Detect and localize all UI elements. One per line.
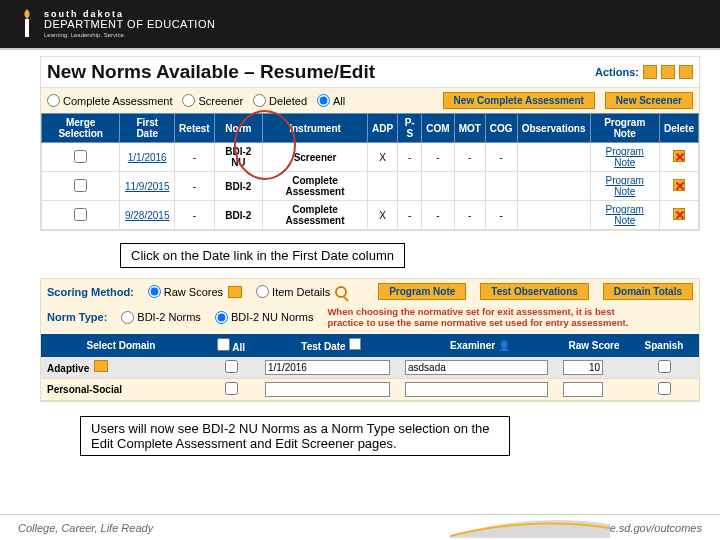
norm-warning-text: When choosing the normative set for exit… <box>327 306 637 329</box>
col-ps: P-S <box>398 114 422 143</box>
action-icon-1[interactable] <box>643 65 657 79</box>
col-retest: Retest <box>175 114 215 143</box>
spanish-checkbox <box>658 382 671 395</box>
scoring-method-label: Scoring Method: <box>47 286 134 298</box>
page-title: New Norms Available – Resume/Edit <box>47 61 375 83</box>
col-adp: ADP <box>368 114 398 143</box>
torch-icon <box>18 8 36 40</box>
domain-row: Personal-Social <box>41 378 699 400</box>
col-cog: COG <box>485 114 517 143</box>
assessment-table: Merge Selection First Date Retest Norm I… <box>41 113 699 230</box>
svg-rect-0 <box>25 19 29 37</box>
delete-icon <box>673 150 685 162</box>
bdi2-norms-radio[interactable]: BDI-2 Norms <box>121 311 201 324</box>
footer-left: College, Career, Life Ready <box>18 522 153 534</box>
domain-checkbox <box>225 382 238 395</box>
program-note-link[interactable]: Program Note <box>590 143 659 172</box>
table-row: 1/1/2016 - BDI-2 NU Screener X - - - - P… <box>42 143 699 172</box>
col-test-date: Test Date <box>261 334 401 357</box>
actions-area: Actions: <box>595 65 693 79</box>
bdi2-nu-norms-radio[interactable]: BDI-2 NU Norms <box>215 311 314 324</box>
action-icon-2[interactable] <box>661 65 675 79</box>
search-icon <box>335 286 347 298</box>
table-row: 11/9/2015 - BDI-2 Complete Assessment Pr… <box>42 172 699 201</box>
action-icon-3[interactable] <box>679 65 693 79</box>
domain-icon <box>94 360 108 372</box>
date-link[interactable]: 11/9/2015 <box>120 172 175 201</box>
item-details-radio[interactable]: Item Details <box>256 285 347 298</box>
col-obs: Observations <box>517 114 590 143</box>
assessment-list-panel: New Norms Available – Resume/Edit Action… <box>40 56 700 231</box>
person-icon: 👤 <box>498 340 510 351</box>
col-all[interactable]: All <box>201 334 261 357</box>
date-link[interactable]: 9/28/2015 <box>120 201 175 230</box>
col-domain: Select Domain <box>41 334 201 357</box>
all-checkbox <box>217 338 230 351</box>
domain-table: Select Domain All Test Date Examiner 👤 R… <box>41 334 699 401</box>
brand-header: south dakota DEPARTMENT OF EDUCATION Lea… <box>0 0 720 48</box>
col-pnote: Program Note <box>590 114 659 143</box>
col-raw-score: Raw Score <box>559 334 629 357</box>
raw-scores-icon <box>228 286 242 298</box>
hint-text-2: Users will now see BDI-2 NU Norms as a N… <box>80 416 510 456</box>
norm-type-label: Norm Type: <box>47 311 107 323</box>
col-instrument: Instrument <box>263 114 368 143</box>
test-observations-button[interactable]: Test Observations <box>480 283 589 300</box>
delete-icon <box>673 179 685 191</box>
col-norm: Norm <box>214 114 262 143</box>
raw-score-input <box>563 360 603 375</box>
program-note-link[interactable]: Program Note <box>590 201 659 230</box>
col-first-date: First Date <box>120 114 175 143</box>
date-link[interactable]: 1/1/2016 <box>120 143 175 172</box>
edit-assessment-panel: Scoring Method: Raw Scores Item Details … <box>40 278 700 402</box>
actions-label: Actions: <box>595 66 639 78</box>
table-row: 9/28/2015 - BDI-2 Complete Assessment X … <box>42 201 699 230</box>
spanish-checkbox <box>658 360 671 373</box>
logo: south dakota DEPARTMENT OF EDUCATION Lea… <box>18 8 215 40</box>
merge-checkbox <box>74 150 87 163</box>
test-date-input <box>265 360 390 375</box>
filter-deleted[interactable]: Deleted <box>253 94 307 107</box>
merge-checkbox <box>74 208 87 221</box>
hint-text-1: Click on the Date link in the First Date… <box>120 243 405 268</box>
program-note-button[interactable]: Program Note <box>378 283 466 300</box>
filter-screener[interactable]: Screener <box>182 94 243 107</box>
raw-scores-radio[interactable]: Raw Scores <box>148 285 242 298</box>
col-spanish: Spanish <box>629 334 699 357</box>
col-com: COM <box>422 114 454 143</box>
footer-right: doe.sd.gov/outcomes <box>597 522 702 534</box>
logo-dept: DEPARTMENT OF EDUCATION <box>44 19 215 30</box>
delete-icon <box>673 208 685 220</box>
footer: College, Career, Life Ready doe.sd.gov/o… <box>0 514 720 540</box>
merge-checkbox <box>74 179 87 192</box>
calendar-icon <box>349 338 361 350</box>
col-examiner: Examiner 👤 <box>401 334 559 357</box>
program-note-link[interactable]: Program Note <box>590 172 659 201</box>
filter-all[interactable]: All <box>317 94 345 107</box>
domain-checkbox <box>225 360 238 373</box>
logo-tagline: Learning. Leadership. Service. <box>44 32 215 38</box>
domain-totals-button[interactable]: Domain Totals <box>603 283 693 300</box>
examiner-input <box>405 360 548 375</box>
swoosh-icon <box>450 518 610 538</box>
raw-score-input <box>563 382 603 397</box>
new-complete-button[interactable]: New Complete Assessment <box>443 92 595 109</box>
examiner-input <box>405 382 548 397</box>
col-delete: Delete <box>659 114 698 143</box>
new-screener-button[interactable]: New Screener <box>605 92 693 109</box>
col-merge: Merge Selection <box>42 114 120 143</box>
filter-complete[interactable]: Complete Assessment <box>47 94 172 107</box>
test-date-input <box>265 382 390 397</box>
domain-row: Adaptive <box>41 357 699 379</box>
col-mot: MOT <box>454 114 485 143</box>
